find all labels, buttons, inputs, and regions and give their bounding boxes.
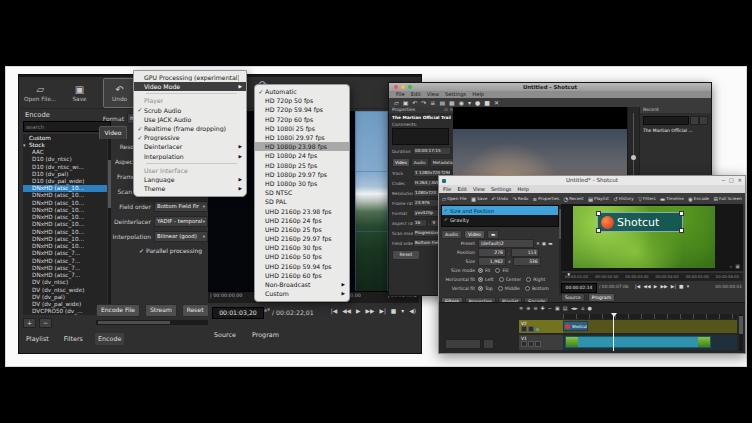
filter-list-item[interactable]: ✓Size and Position (442, 206, 558, 215)
size-width-field[interactable]: 1,962 (478, 257, 506, 266)
timecode-spinner[interactable]: ▲▼ (264, 307, 270, 312)
toolbar-icon[interactable]: ↷ (421, 99, 426, 106)
timeline-tool-icon[interactable]: ▣ (555, 305, 560, 311)
vertical-fit-radio[interactable]: Top (478, 286, 493, 291)
transport-button[interactable]: ■ (391, 308, 396, 314)
toolbar-icon[interactable]: ■ (484, 99, 490, 106)
toolbar-button[interactable]: ↶Undo (103, 78, 137, 108)
transport-button[interactable]: ▶▶ (660, 284, 667, 289)
filter-list-item[interactable]: ✓Gravity (442, 215, 558, 224)
menu-item[interactable]: HD 1080p 23.98 fps (255, 142, 349, 151)
menu-item[interactable]: HD 720p 60 fps (255, 115, 349, 124)
preset-list-item[interactable]: D10 (dv_pal) (23, 170, 107, 177)
menu-item[interactable]: View (427, 91, 439, 98)
preset-list-item[interactable]: DNxHD (atsc_10... (23, 235, 107, 242)
filter-type-tab[interactable]: Audio (441, 230, 462, 239)
add-preset-button[interactable]: + (23, 318, 36, 328)
menu-item[interactable]: Theme▶ (134, 184, 246, 193)
recent-search-input[interactable] (643, 116, 689, 125)
toolbar-button[interactable]: ▱Open File (442, 196, 467, 202)
zoom-traffic-light[interactable] (408, 85, 412, 89)
transport-button[interactable]: |◀ (331, 308, 337, 314)
mute-button[interactable] (521, 326, 527, 332)
encode-search-input[interactable] (23, 121, 111, 132)
timeline-scrollbar[interactable] (739, 314, 743, 351)
preset-list-item[interactable]: DNxHD (atsc_10... (23, 199, 107, 206)
preset-list-item[interactable]: ▾Stock (23, 141, 107, 148)
menu-item[interactable]: UHD 2160p 24 fps (255, 216, 349, 225)
horizontal-fit-radio[interactable]: Right (526, 277, 545, 282)
preset-list-item[interactable]: DNxHD (atsc_10... (23, 214, 107, 221)
current-timecode-field[interactable]: 00:01:03,20 (212, 307, 264, 319)
timeline-tool-icon[interactable]: ◄► (570, 305, 578, 311)
size-height-field[interactable]: 336 (513, 257, 541, 266)
player-tab[interactable]: Program (588, 293, 615, 302)
transport-button[interactable]: ▶| (379, 308, 385, 314)
toolbar-button[interactable]: ≡Properties (533, 196, 560, 202)
transport-button[interactable]: |◀ (635, 284, 640, 289)
player-tab[interactable]: Program (249, 329, 282, 341)
toolbar-icon[interactable]: ▦ (449, 99, 455, 106)
toolbar-icon[interactable]: ≡ (430, 99, 435, 106)
toolbar-button[interactable]: ⊞Full Screen (713, 196, 741, 202)
toolbar-icon[interactable]: ↶ (412, 99, 417, 106)
menu-item[interactable]: GPU Processing (experimental) (134, 73, 246, 82)
toolbar-icon[interactable]: ◉ (459, 99, 464, 106)
window-control-button[interactable]: ✕ (738, 176, 742, 185)
menu-item[interactable]: Edit (411, 91, 421, 98)
menu-item[interactable]: HD 1080i 29.97 fps (255, 133, 349, 142)
toolbar-button[interactable]: ◉Encode (688, 196, 709, 202)
parallel-processing-checkbox[interactable]: ✓ Parallel processing (139, 247, 202, 254)
properties-tab[interactable]: Video (392, 158, 410, 167)
position-y-field[interactable]: 113 (511, 248, 539, 257)
transport-button[interactable]: ◀◀ (342, 308, 351, 314)
preset-list-item[interactable]: DNxHD (atsc_10... (23, 206, 107, 213)
transport-button[interactable]: ▶ (356, 308, 360, 314)
position-x-field[interactable]: 278 (478, 248, 506, 257)
preset-list-item[interactable]: DV (dv_pal_wide) (23, 300, 107, 307)
properties-tab[interactable]: Metadata (430, 158, 453, 167)
current-timecode-field[interactable]: 00:00:02:14 (561, 283, 597, 293)
toolbar-button[interactable]: ▣Save (64, 78, 96, 108)
transport-button[interactable]: ◀) (409, 308, 416, 314)
menu-item[interactable]: Language▶ (134, 175, 246, 184)
toolbar-button[interactable]: ▬Timeline (660, 196, 684, 202)
vertical-fit-radio[interactable]: Bottom (525, 286, 549, 291)
transport-button[interactable]: ▶ (654, 284, 658, 289)
minimize-traffic-light[interactable] (401, 85, 405, 89)
preset-action-icon[interactable]: ✕ (536, 241, 540, 246)
preset-dropdown[interactable]: (default)2 (478, 239, 534, 248)
menu-item[interactable]: Use JACK Audio (134, 115, 246, 124)
horizontal-fit-radio[interactable]: Left (478, 277, 494, 282)
horizontal-scrollbar[interactable] (96, 320, 208, 325)
menu-item[interactable]: Help (517, 185, 528, 193)
menu-item[interactable]: User Interface (134, 166, 246, 175)
checkmark-icon[interactable]: ✓ (444, 217, 448, 222)
preset-list-item[interactable]: Custom (23, 134, 107, 141)
resize-handle[interactable] (596, 228, 601, 233)
mute-button[interactable] (521, 341, 527, 347)
toolbar-icon[interactable]: ▣ (403, 99, 409, 106)
timeline-clip[interactable] (565, 336, 711, 348)
preset-list-item[interactable]: DNxHD (atsc_7... (23, 271, 107, 278)
vertical-fit-radio[interactable]: Middle (498, 286, 520, 291)
menu-item[interactable]: Settings (491, 185, 512, 193)
timeline-tool-icon[interactable]: ⌂ (581, 305, 584, 311)
transport-button[interactable]: ▾ (401, 308, 404, 314)
properties-tab[interactable]: Audio (411, 158, 429, 167)
menu-item[interactable]: SD PAL (255, 197, 349, 206)
menu-item[interactable]: Help (472, 91, 484, 98)
timeline-tool-icon[interactable]: ≡ (519, 305, 523, 311)
tab-video[interactable]: Video (99, 126, 127, 139)
menu-item[interactable]: File (396, 91, 405, 98)
settings-dropdown[interactable]: Bottom Field Fir▾ (154, 201, 208, 212)
preset-list-item[interactable]: DNxHD (atsc_7... (23, 250, 107, 257)
menu-item[interactable]: Interpolation▶ (134, 152, 246, 161)
menu-item[interactable]: ✓Automatic (255, 87, 349, 96)
preset-action-icon[interactable]: ▣ (542, 241, 546, 246)
menu-item[interactable]: HD 1080p 30 fps (255, 179, 349, 188)
preview-tool-icon[interactable]: ▣ (735, 263, 740, 270)
recent-list-item[interactable]: The Martian Official ... (643, 128, 709, 133)
toolbar-icon[interactable]: ▤ (439, 99, 445, 106)
menu-item[interactable]: Deinterlacer▶ (134, 142, 246, 151)
